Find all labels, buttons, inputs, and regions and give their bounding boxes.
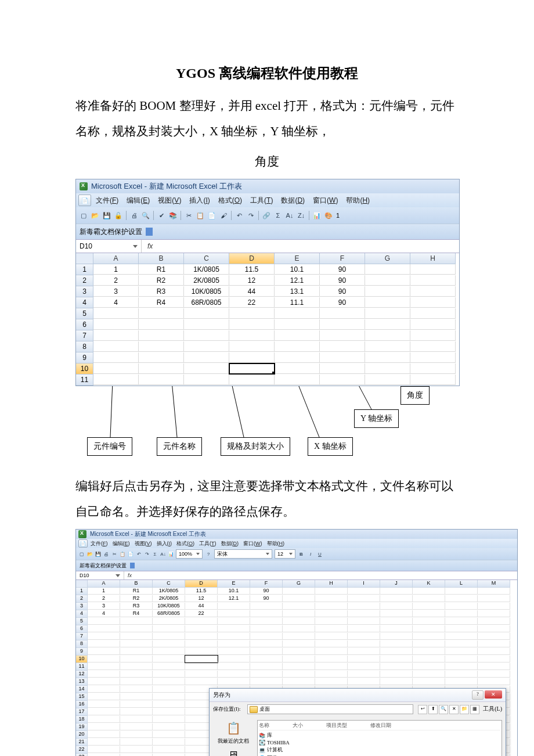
cell[interactable] [120,686,153,693]
cell[interactable] [120,618,153,625]
cell[interactable] [413,610,445,617]
row-header[interactable]: 7 [76,330,93,341]
cell[interactable] [88,671,120,678]
col-header[interactable]: D [229,253,275,264]
cell[interactable] [229,330,275,341]
cell[interactable] [315,625,348,632]
row-header[interactable]: 22 [76,746,88,754]
save-icon[interactable]: 💾 [95,550,102,557]
cell[interactable] [478,618,510,625]
cell[interactable] [478,640,510,647]
cell[interactable] [120,663,153,670]
cell[interactable] [93,319,139,330]
row-header[interactable]: 17 [76,708,88,716]
cell[interactable] [410,352,456,363]
cell[interactable]: 2 [93,275,139,286]
cell[interactable] [380,610,413,617]
cell[interactable] [348,618,380,625]
col-header[interactable]: L [445,580,478,588]
cell[interactable] [478,603,510,610]
menu-I[interactable]: 插入(I) [155,539,174,548]
preview-icon[interactable]: 🔍 [140,210,151,221]
cell[interactable] [478,595,510,602]
search-icon[interactable]: 🔍 [439,705,448,714]
cell[interactable] [88,708,120,715]
col-header[interactable]: J [380,580,413,588]
cell[interactable] [380,671,413,678]
cell[interactable] [139,352,184,363]
cell[interactable]: 12.1 [218,595,250,602]
cell[interactable] [478,671,510,678]
col-header[interactable]: G [365,253,410,264]
cell[interactable] [184,330,229,341]
spell-icon[interactable]: ✔ [156,210,167,221]
open-icon[interactable]: 📂 [86,550,93,557]
row-header[interactable]: 3 [76,603,88,610]
cell[interactable] [315,640,348,647]
cell[interactable] [413,595,445,602]
places-item[interactable]: 🖥桌面 [213,747,254,756]
cell[interactable] [365,363,410,374]
redo-icon[interactable]: ↷ [143,550,150,557]
cell[interactable]: R4 [139,297,184,308]
spreadsheet-grid[interactable]: ABCDEFGH11R11K/080511.510.19022R22K/0805… [76,253,459,386]
redo-icon[interactable]: ↷ [246,210,256,221]
cell[interactable]: 22 [229,297,275,308]
cell[interactable] [153,723,185,730]
menu-F[interactable]: 文件(F) [89,539,110,548]
col-header[interactable]: F [320,253,365,264]
cell[interactable] [153,739,185,746]
cell[interactable] [93,363,139,374]
cell[interactable]: 4 [88,610,120,617]
cell[interactable] [250,618,283,625]
menu-E[interactable]: 编辑(E) [111,539,132,548]
cell[interactable] [315,588,348,595]
cell[interactable] [250,633,283,640]
cell[interactable]: 90 [320,275,365,286]
cell[interactable]: 10.1 [275,264,320,275]
cell[interactable] [320,319,365,330]
cell[interactable]: 90 [320,264,365,275]
cell[interactable] [184,319,229,330]
cell[interactable] [478,633,510,640]
cell[interactable] [348,678,380,685]
row-header[interactable]: 5 [76,618,88,625]
cell[interactable] [348,595,380,602]
cell[interactable] [229,308,275,319]
cell[interactable] [88,678,120,685]
cell[interactable]: 22 [185,610,218,617]
cell[interactable] [283,678,315,685]
cell[interactable] [410,297,456,308]
cell[interactable] [413,671,445,678]
cell[interactable] [365,352,410,363]
cell[interactable] [320,352,365,363]
col-header[interactable]: B [139,253,184,264]
cell[interactable] [445,625,478,632]
cell[interactable] [445,610,478,617]
col-header[interactable]: H [410,253,456,264]
cell[interactable] [93,330,139,341]
cell[interactable] [120,671,153,678]
cell[interactable] [218,671,250,678]
cell[interactable] [478,625,510,632]
cell[interactable] [184,375,229,385]
cell[interactable] [218,603,250,610]
cell[interactable] [348,588,380,595]
cell[interactable] [365,308,410,319]
cell[interactable] [153,686,185,693]
save-icon[interactable]: 💾 [102,210,112,221]
row-header[interactable]: 20 [76,731,88,739]
cell[interactable] [88,693,120,700]
cell[interactable] [153,633,185,640]
undo-icon[interactable]: ↶ [135,550,142,557]
row-header[interactable]: 11 [76,663,88,671]
cell[interactable] [348,610,380,617]
cell[interactable]: R3 [120,603,153,610]
drawing-icon[interactable]: 🎨 [323,210,334,221]
cell[interactable] [348,671,380,678]
cell[interactable] [185,648,218,655]
cell[interactable] [229,341,275,352]
row-header[interactable]: 5 [76,308,93,319]
cell[interactable] [283,625,315,632]
col-header[interactable]: F [250,580,283,588]
